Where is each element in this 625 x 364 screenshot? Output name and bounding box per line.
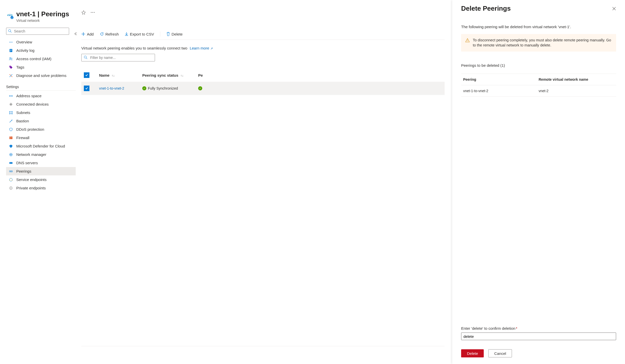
svg-line-41 <box>86 58 87 59</box>
settings-section-label: Settings <box>6 85 76 91</box>
learn-more-link[interactable]: Learn more ↗ <box>190 46 213 50</box>
vnet-resource-icon <box>6 12 14 19</box>
tags-icon <box>9 65 13 69</box>
sidebar-item-subnets[interactable]: Subnets <box>6 108 76 117</box>
sidebar-item-access-control-iam-[interactable]: Access control (IAM) <box>6 55 76 63</box>
svg-rect-19 <box>9 111 10 112</box>
dns-icon <box>9 161 13 165</box>
delete-peerings-panel: Delete Peerings The following peering wi… <box>452 0 625 364</box>
svg-point-29 <box>11 163 12 163</box>
page-title: vnet-1 | Peerings <box>16 10 69 18</box>
svg-point-38 <box>92 12 93 13</box>
svg-point-2 <box>11 15 12 16</box>
svg-point-37 <box>91 12 92 13</box>
svg-point-7 <box>11 42 11 42</box>
sidebar-item-connected-devices[interactable]: Connected devices <box>6 100 76 108</box>
sidebar-item-activity-log[interactable]: Activity log <box>6 46 76 55</box>
sidebar-item-firewall[interactable]: Firewall <box>6 134 76 142</box>
svg-rect-20 <box>9 113 10 114</box>
refresh-button-label: Refresh <box>105 32 119 36</box>
check-circle-icon: ✓ <box>198 86 202 90</box>
svg-point-30 <box>9 171 11 172</box>
plus-icon <box>81 32 85 36</box>
warning-icon <box>465 38 470 48</box>
main-content: Add Refresh Export to CSV Delete Virtual… <box>79 0 452 364</box>
svg-point-6 <box>9 42 10 42</box>
svg-point-0 <box>8 15 9 16</box>
export-csv-button[interactable]: Export to CSV <box>125 32 154 36</box>
delete-button[interactable]: Delete <box>166 32 182 36</box>
vnet-icon <box>9 40 13 44</box>
sidebar-item-tags[interactable]: Tags <box>6 63 76 71</box>
svg-point-8 <box>12 42 12 42</box>
refresh-icon <box>100 32 104 36</box>
warning-text: To disconnect peering completely, you mu… <box>473 38 612 48</box>
svg-point-18 <box>10 104 11 105</box>
favorite-star-icon[interactable] <box>81 10 86 15</box>
col-tail: Pe <box>198 73 213 77</box>
select-all-checkbox[interactable] <box>84 72 89 78</box>
sidebar-item-address-space[interactable]: Address space <box>6 92 76 100</box>
peering-name-link[interactable]: vnet-1-to-vnet-2 <box>99 86 142 90</box>
download-icon <box>125 32 128 36</box>
subnets-icon <box>9 111 13 115</box>
sidebar-item-microsoft-defender-for-cloud[interactable]: Microsoft Defender for Cloud <box>6 142 76 150</box>
svg-point-39 <box>94 12 95 13</box>
sidebar-item-label: Diagnose and solve problems <box>16 73 67 78</box>
sidebar-item-dns-servers[interactable]: DNS servers <box>6 159 76 167</box>
resource-header: vnet-1 | Peerings Virtual network <box>6 10 76 23</box>
sidebar-item-private-endpoints[interactable]: Private endpoints <box>6 184 76 192</box>
svg-point-25 <box>10 154 11 155</box>
row-checkbox[interactable] <box>84 86 89 91</box>
peerings-icon <box>9 169 13 173</box>
sidebar-item-network-manager[interactable]: Network manager <box>6 150 76 159</box>
svg-point-40 <box>84 56 86 58</box>
sidebar-item-service-endpoints[interactable]: Service endpoints <box>6 175 76 184</box>
col-remote: Remote virtual network name <box>539 77 614 81</box>
diagnose-icon <box>9 74 13 78</box>
delete-table-row: vnet-1-to-vnet-2 vnet-2 <box>461 85 616 97</box>
sidebar-item-diagnose-and-solve-problems[interactable]: Diagnose and solve problems <box>6 71 76 80</box>
filter-input[interactable] <box>81 54 155 61</box>
sidebar-item-label: Activity log <box>16 48 35 53</box>
svg-point-1 <box>9 15 11 16</box>
svg-point-31 <box>11 171 12 172</box>
sidebar-item-label: Overview <box>16 40 32 44</box>
more-actions-icon[interactable] <box>90 12 95 13</box>
sort-icon: ↑↓ <box>180 74 183 77</box>
delete-row-remote: vnet-2 <box>539 89 614 93</box>
description-text: Virtual network peering enables you to s… <box>81 46 445 50</box>
svg-rect-21 <box>12 111 12 112</box>
col-name[interactable]: Name ↑↓ <box>99 73 142 77</box>
sidebar-item-peerings[interactable]: Peerings <box>6 167 76 175</box>
bastion-icon <box>9 119 13 123</box>
cancel-button[interactable]: Cancel <box>488 349 512 357</box>
svg-rect-17 <box>12 95 12 96</box>
col-sync[interactable]: Peering sync status ↑↓ <box>142 73 198 77</box>
svg-point-28 <box>11 163 11 163</box>
firewall-icon <box>9 136 13 140</box>
sidebar-item-label: Service endpoints <box>16 177 46 182</box>
sidebar-item-overview[interactable]: Overview <box>6 38 76 46</box>
sidebar-item-label: Peerings <box>16 169 31 173</box>
defender-icon <box>9 144 13 148</box>
sidebar-item-label: Private endpoints <box>16 186 46 190</box>
confirm-delete-button[interactable]: Delete <box>461 349 484 357</box>
add-button[interactable]: Add <box>81 32 94 36</box>
sidebar-item-bastion[interactable]: Bastion <box>6 117 76 125</box>
sidebar-item-label: DDoS protection <box>16 127 44 131</box>
svg-rect-12 <box>10 51 11 51</box>
sidebar-item-ddos-protection[interactable]: DDoS protection <box>6 125 76 134</box>
delete-button-label: Delete <box>171 32 182 36</box>
svg-point-13 <box>10 57 11 59</box>
sidebar-search-input[interactable] <box>6 28 69 35</box>
svg-point-33 <box>11 178 11 179</box>
refresh-button[interactable]: Refresh <box>100 32 119 36</box>
svg-rect-23 <box>9 137 12 139</box>
panel-subtitle: The following peering will be deleted fr… <box>461 25 616 29</box>
close-icon[interactable] <box>612 7 616 11</box>
confirm-delete-input[interactable] <box>461 333 616 340</box>
sidebar-item-label: Address space <box>16 94 41 98</box>
sidebar-collapse-button[interactable] <box>74 32 77 36</box>
resource-sidebar: vnet-1 | Peerings Virtual network Overvi… <box>0 0 79 364</box>
